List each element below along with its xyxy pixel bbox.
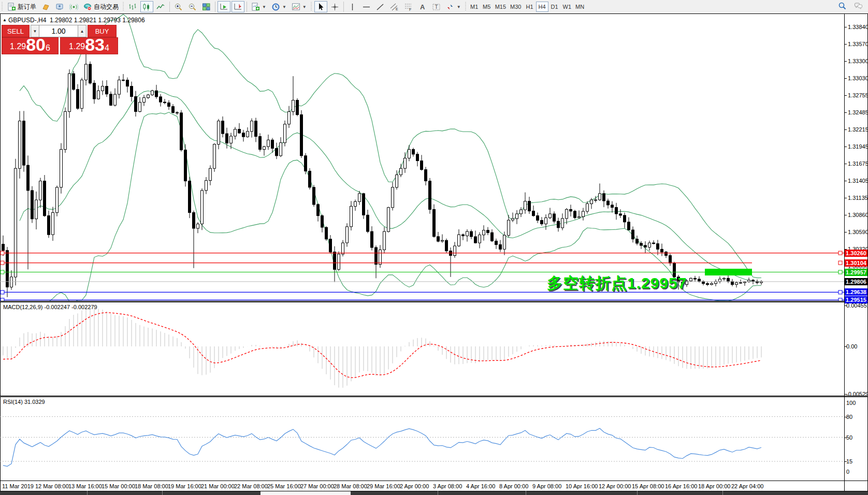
signal-button[interactable] [67,1,80,12]
line-handle[interactable] [838,270,842,274]
toolbar-grip[interactable] [122,2,125,11]
chart-window: ▲ GBPUSD-,H4 1.29802 1.29821 1.29793 1.2… [0,13,868,495]
tile-windows-button[interactable] [200,1,213,12]
minimized-tab-segment[interactable] [0,491,261,495]
zoom-in-button[interactable] [172,1,185,12]
candlestick-icon [142,3,151,11]
toolbar-grip[interactable] [310,2,313,11]
price-tick-label: 1.32215 [848,126,867,133]
candle [135,97,137,112]
candle [168,103,170,107]
candle [474,237,477,243]
candle [23,121,25,165]
timeframe-button-m1[interactable]: M1 [468,2,481,12]
toolbar-grip[interactable] [465,2,467,11]
price-tick-label: 1.32755 [848,92,867,98]
candle [325,227,328,239]
cursor-button[interactable] [314,1,327,12]
buy-price-display[interactable]: 1.29 83 4 [60,37,118,54]
zoom-out-button[interactable] [186,1,199,12]
candle [445,240,448,251]
price-tick-label: 1.31135 [848,195,867,201]
macd-indicator-canvas[interactable] [0,302,844,396]
candle [744,282,746,283]
line-handle[interactable] [838,251,842,255]
svg-text:A: A [420,3,425,11]
timeframe-button-mn[interactable]: MN [573,2,586,12]
candle [106,86,108,94]
candle [632,230,634,239]
candle [735,283,738,285]
candle [578,217,581,218]
auto-trading-button[interactable]: 自动交易 [81,1,121,12]
time-tick-label: 12 Apr 00:00 [599,483,631,489]
timeframe-button-d1[interactable]: D1 [548,2,561,12]
price-line-tag: 1.30104 [845,259,867,267]
price-tick-label: 1.32485 [848,109,867,115]
line-handle[interactable] [1,261,4,265]
line-handle[interactable] [838,261,842,265]
sell-button[interactable]: SELL [2,25,30,37]
timeframe-button-m30[interactable]: M30 [508,2,523,12]
sell-price-display[interactable]: 1.29 80 6 [2,37,59,54]
candle [276,149,278,156]
crosshair-button[interactable] [328,1,341,12]
publisher-button[interactable] [53,1,66,12]
candle [321,216,324,227]
one-click-collapse-icon[interactable]: ▲ [3,18,7,22]
search-icon[interactable] [838,2,847,12]
timeframe-button-h4[interactable]: H4 [536,2,548,12]
candle [296,100,299,115]
candle [719,279,721,282]
candle [151,91,154,95]
line-handle[interactable] [1,290,4,294]
candle [416,154,419,161]
candle [653,243,655,244]
line-chart-button[interactable] [154,1,167,12]
rsi-indicator-canvas[interactable] [0,397,844,481]
periods-button[interactable]: ▼ [269,1,288,12]
text-button[interactable]: A [416,1,429,12]
indicators-button[interactable]: ▼ [290,1,309,12]
timeframe-button-m5[interactable]: M5 [481,2,493,12]
candle [193,213,195,229]
chart-shift-button[interactable] [232,1,244,12]
toolbar-separator [169,2,170,12]
label-button[interactable]: T [430,1,443,12]
candle [694,278,697,279]
minimized-tab-segment[interactable] [351,491,868,495]
arrows-button[interactable]: ▼ [444,1,463,12]
line-handle[interactable] [1,251,4,255]
auto-scroll-button[interactable] [218,1,230,12]
fibonacci-button[interactable]: F [402,1,415,12]
horizontal-line-button[interactable] [360,1,373,12]
candle [582,211,585,216]
toolbar-grip[interactable] [1,2,4,11]
timeframe-button-w1[interactable]: W1 [561,2,574,12]
candlestick-button[interactable] [140,1,153,12]
auto-trading-label: 自动交易 [94,3,119,11]
tab-divider [162,491,163,495]
minimized-tab-segment[interactable] [261,491,351,495]
bar-chart-button[interactable] [126,1,139,12]
line-handle[interactable] [1,270,4,274]
channel-button[interactable]: E [388,1,401,12]
highlight-rectangle-object[interactable] [705,269,752,275]
new-order-button[interactable]: 新订单 [5,1,38,12]
new-chart-button[interactable]: ▼ [249,1,268,12]
vertical-line-button[interactable] [346,1,359,12]
candle [487,230,489,233]
chart-annotation-text[interactable]: 多空转折点1.29957 [547,273,687,294]
publisher-icon [55,3,64,11]
candle [292,100,295,112]
candle [342,243,344,254]
candle [392,187,394,208]
price-chart-canvas[interactable] [0,14,844,301]
ticket-button[interactable] [39,1,52,12]
line-handle[interactable] [838,290,842,294]
chat-icon[interactable] [854,2,863,12]
timeframe-button-h1[interactable]: H1 [524,2,536,12]
timeframe-button-m15[interactable]: M15 [493,2,508,12]
candle [404,158,407,168]
trendline-button[interactable] [374,1,387,12]
